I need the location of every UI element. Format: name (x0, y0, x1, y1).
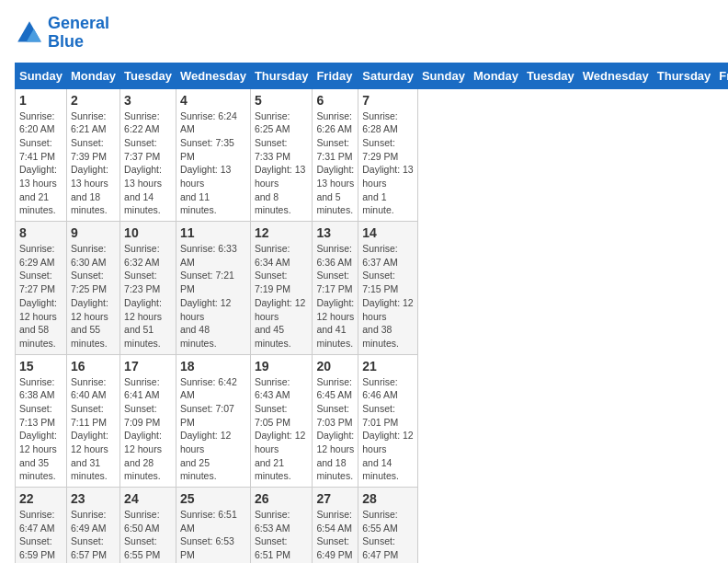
day-info: Sunrise: 6:34 AM Sunset: 7:19 PM Dayligh… (255, 242, 309, 350)
weekday-header-sunday: Sunday (417, 63, 469, 88)
day-number: 11 (180, 225, 246, 240)
calendar-week-4: 22Sunrise: 6:47 AM Sunset: 6:59 PM Dayli… (16, 488, 729, 563)
page-header: General Blue (15, 15, 713, 52)
weekday-header-wednesday: Wednesday (176, 63, 250, 88)
calendar-cell: 5Sunrise: 6:25 AM Sunset: 7:33 PM Daylig… (250, 88, 313, 222)
calendar-cell: 21Sunrise: 6:46 AM Sunset: 7:01 PM Dayli… (358, 354, 418, 488)
logo-text: General Blue (48, 15, 109, 52)
calendar-cell: 28Sunrise: 6:55 AM Sunset: 6:47 PM Dayli… (358, 488, 418, 563)
calendar-cell: 22Sunrise: 6:47 AM Sunset: 6:59 PM Dayli… (16, 488, 67, 563)
calendar-cell: 20Sunrise: 6:45 AM Sunset: 7:03 PM Dayli… (313, 354, 358, 488)
day-number: 3 (124, 93, 172, 108)
day-info: Sunrise: 6:41 AM Sunset: 7:09 PM Dayligh… (124, 375, 172, 484)
day-number: 6 (316, 93, 354, 108)
day-number: 5 (255, 93, 309, 108)
day-info: Sunrise: 6:37 AM Sunset: 7:15 PM Dayligh… (362, 242, 414, 350)
calendar-cell: 1Sunrise: 6:20 AM Sunset: 7:41 PM Daylig… (16, 88, 67, 222)
day-number: 21 (362, 359, 414, 373)
day-info: Sunrise: 6:33 AM Sunset: 7:21 PM Dayligh… (180, 242, 246, 350)
calendar-cell: 7Sunrise: 6:28 AM Sunset: 7:29 PM Daylig… (358, 88, 418, 222)
calendar-cell: 24Sunrise: 6:50 AM Sunset: 6:55 PM Dayli… (120, 488, 176, 563)
day-number: 18 (180, 359, 246, 373)
calendar-table: SundayMondayTuesdayWednesdayThursdayFrid… (15, 63, 728, 563)
day-number: 2 (71, 93, 116, 108)
calendar-cell: 18Sunrise: 6:42 AM Sunset: 7:07 PM Dayli… (176, 354, 250, 488)
calendar-cell: 27Sunrise: 6:54 AM Sunset: 6:49 PM Dayli… (313, 488, 358, 563)
day-info: Sunrise: 6:20 AM Sunset: 7:41 PM Dayligh… (19, 109, 63, 218)
day-info: Sunrise: 6:29 AM Sunset: 7:27 PM Dayligh… (19, 242, 63, 350)
day-info: Sunrise: 6:30 AM Sunset: 7:25 PM Dayligh… (71, 242, 116, 350)
calendar-cell: 12Sunrise: 6:34 AM Sunset: 7:19 PM Dayli… (250, 222, 313, 355)
calendar-cell: 8Sunrise: 6:29 AM Sunset: 7:27 PM Daylig… (16, 222, 67, 355)
weekday-header-tuesday: Tuesday (120, 63, 176, 88)
day-number: 12 (255, 225, 309, 240)
weekday-header-saturday: Saturday (358, 63, 418, 88)
day-number: 1 (19, 93, 63, 108)
calendar-cell: 17Sunrise: 6:41 AM Sunset: 7:09 PM Dayli… (120, 354, 176, 488)
day-info: Sunrise: 6:51 AM Sunset: 6:53 PM Dayligh… (180, 508, 246, 563)
calendar-week-1: 1Sunrise: 6:20 AM Sunset: 7:41 PM Daylig… (16, 88, 729, 222)
day-number: 16 (71, 359, 116, 373)
day-info: Sunrise: 6:45 AM Sunset: 7:03 PM Dayligh… (316, 375, 354, 484)
calendar-cell: 14Sunrise: 6:37 AM Sunset: 7:15 PM Dayli… (358, 222, 418, 355)
day-info: Sunrise: 6:24 AM Sunset: 7:35 PM Dayligh… (180, 109, 246, 218)
weekday-header-monday: Monday (469, 63, 522, 88)
day-info: Sunrise: 6:28 AM Sunset: 7:29 PM Dayligh… (362, 109, 414, 218)
day-number: 8 (19, 225, 63, 240)
weekday-header-monday: Monday (66, 63, 119, 88)
calendar-cell: 26Sunrise: 6:53 AM Sunset: 6:51 PM Dayli… (250, 488, 313, 563)
calendar-cell: 19Sunrise: 6:43 AM Sunset: 7:05 PM Dayli… (250, 354, 313, 488)
calendar-cell: 13Sunrise: 6:36 AM Sunset: 7:17 PM Dayli… (313, 222, 358, 355)
day-number: 19 (255, 359, 309, 373)
weekday-header-thursday: Thursday (250, 63, 313, 88)
day-number: 28 (362, 491, 414, 506)
calendar-cell: 2Sunrise: 6:21 AM Sunset: 7:39 PM Daylig… (66, 88, 119, 222)
calendar-cell: 23Sunrise: 6:49 AM Sunset: 6:57 PM Dayli… (66, 488, 119, 563)
day-info: Sunrise: 6:53 AM Sunset: 6:51 PM Dayligh… (255, 508, 309, 563)
day-info: Sunrise: 6:49 AM Sunset: 6:57 PM Dayligh… (71, 508, 116, 563)
day-info: Sunrise: 6:22 AM Sunset: 7:37 PM Dayligh… (124, 109, 172, 218)
day-info: Sunrise: 6:50 AM Sunset: 6:55 PM Dayligh… (124, 508, 172, 563)
calendar-cell: 16Sunrise: 6:40 AM Sunset: 7:11 PM Dayli… (66, 354, 119, 488)
day-info: Sunrise: 6:42 AM Sunset: 7:07 PM Dayligh… (180, 375, 246, 484)
day-info: Sunrise: 6:21 AM Sunset: 7:39 PM Dayligh… (71, 109, 116, 218)
day-info: Sunrise: 6:26 AM Sunset: 7:31 PM Dayligh… (316, 109, 354, 218)
day-info: Sunrise: 6:54 AM Sunset: 6:49 PM Dayligh… (316, 508, 354, 563)
day-info: Sunrise: 6:46 AM Sunset: 7:01 PM Dayligh… (362, 375, 414, 484)
weekday-header-sunday: Sunday (16, 63, 67, 88)
calendar-cell: 10Sunrise: 6:32 AM Sunset: 7:23 PM Dayli… (120, 222, 176, 355)
day-number: 26 (255, 491, 309, 506)
day-number: 10 (124, 225, 172, 240)
day-info: Sunrise: 6:25 AM Sunset: 7:33 PM Dayligh… (255, 109, 309, 218)
day-number: 25 (180, 491, 246, 506)
day-info: Sunrise: 6:47 AM Sunset: 6:59 PM Dayligh… (19, 508, 63, 563)
weekday-header-thursday: Thursday (653, 63, 715, 88)
day-info: Sunrise: 6:32 AM Sunset: 7:23 PM Dayligh… (124, 242, 172, 350)
day-info: Sunrise: 6:55 AM Sunset: 6:47 PM Dayligh… (362, 508, 414, 563)
day-number: 27 (316, 491, 354, 506)
day-info: Sunrise: 6:40 AM Sunset: 7:11 PM Dayligh… (71, 375, 116, 484)
day-number: 22 (19, 491, 63, 506)
calendar-cell: 9Sunrise: 6:30 AM Sunset: 7:25 PM Daylig… (66, 222, 119, 355)
day-info: Sunrise: 6:36 AM Sunset: 7:17 PM Dayligh… (316, 242, 354, 350)
calendar-cell: 25Sunrise: 6:51 AM Sunset: 6:53 PM Dayli… (176, 488, 250, 563)
calendar-cell: 3Sunrise: 6:22 AM Sunset: 7:37 PM Daylig… (120, 88, 176, 222)
day-number: 14 (362, 225, 414, 240)
calendar-cell: 6Sunrise: 6:26 AM Sunset: 7:31 PM Daylig… (313, 88, 358, 222)
day-number: 23 (71, 491, 116, 506)
calendar-week-3: 15Sunrise: 6:38 AM Sunset: 7:13 PM Dayli… (16, 354, 729, 488)
calendar-cell: 4Sunrise: 6:24 AM Sunset: 7:35 PM Daylig… (176, 88, 250, 222)
logo: General Blue (15, 15, 109, 52)
weekday-header-friday: Friday (715, 63, 728, 88)
day-number: 17 (124, 359, 172, 373)
weekday-header-wednesday: Wednesday (578, 63, 653, 88)
day-number: 24 (124, 491, 172, 506)
day-number: 13 (316, 225, 354, 240)
day-number: 15 (19, 359, 63, 373)
calendar-week-2: 8Sunrise: 6:29 AM Sunset: 7:27 PM Daylig… (16, 222, 729, 355)
day-number: 20 (316, 359, 354, 373)
weekday-header-tuesday: Tuesday (523, 63, 579, 88)
day-number: 4 (180, 93, 246, 108)
weekday-header-friday: Friday (313, 63, 358, 88)
logo-icon (15, 18, 44, 48)
